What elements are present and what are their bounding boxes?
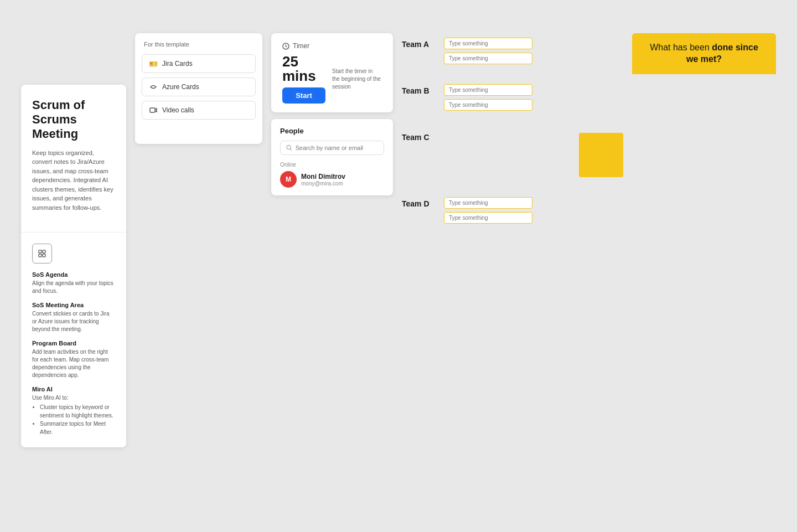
section-title-program-board: Program Board bbox=[32, 340, 115, 347]
jira-cards-button[interactable]: 🎫 Jira Cards bbox=[142, 54, 256, 73]
team-d-label: Team D bbox=[402, 197, 435, 208]
section-desc-miro-ai: Use Miro AI to: Cluster topics by keywor… bbox=[32, 394, 115, 436]
team-d-input-1[interactable] bbox=[444, 197, 532, 209]
jira-icon: 🎫 bbox=[149, 59, 158, 68]
people-title: People bbox=[280, 127, 384, 135]
header-column: What has been done since we met? bbox=[632, 33, 776, 74]
avatar: M bbox=[280, 171, 297, 188]
section-title-sos-meeting: SoS Meeting Area bbox=[32, 302, 115, 308]
person-email: mony@mira.com bbox=[301, 180, 345, 187]
azure-cards-label: Azure Cards bbox=[162, 83, 199, 91]
search-icon bbox=[286, 144, 292, 151]
scrum-description-card: Scrum of Scrums Meeting Keep topics orga… bbox=[21, 85, 126, 448]
people-search-container[interactable] bbox=[280, 141, 384, 155]
person-row: M Moni Dimitrov mony@mira.com bbox=[280, 171, 384, 188]
timer-people-area: Timer 25 mins Start Start the timer in t… bbox=[271, 33, 393, 195]
team-d-input-2[interactable] bbox=[444, 212, 532, 224]
clock-icon bbox=[282, 43, 289, 50]
svg-point-6 bbox=[287, 146, 291, 149]
team-b-input-2[interactable] bbox=[444, 99, 532, 111]
jira-cards-label: Jira Cards bbox=[162, 60, 193, 68]
template-label: For this template bbox=[135, 33, 262, 52]
miro-ai-bullet-1: Cluster topics by keyword or sentiment t… bbox=[40, 403, 115, 420]
header-question: What has been done since we met? bbox=[643, 42, 765, 65]
section-desc-sos-agenda: Align the agenda with your topics and fo… bbox=[32, 280, 115, 295]
timer-card: Timer 25 mins Start Start the timer in t… bbox=[271, 33, 393, 112]
section-title-miro-ai: Miro AI bbox=[32, 386, 115, 392]
template-options-card: For this template 🎫 Jira Cards Azure Car… bbox=[135, 33, 262, 144]
program-board: Team A Team B Team C Team D bbox=[402, 33, 623, 510]
team-a-label: Team A bbox=[402, 38, 435, 49]
video-icon bbox=[149, 106, 158, 115]
svg-rect-2 bbox=[39, 254, 42, 257]
online-label: Online bbox=[280, 162, 384, 168]
header-yellow-box: What has been done since we met? bbox=[632, 33, 776, 74]
timer-label: Timer bbox=[293, 42, 309, 50]
svg-rect-1 bbox=[43, 250, 45, 253]
section-desc-program-board: Add team activities on the right for eac… bbox=[32, 348, 115, 379]
team-a-row: Team A bbox=[402, 33, 623, 64]
yellow-sticky-note bbox=[579, 133, 623, 177]
video-calls-label: Video calls bbox=[162, 106, 194, 114]
team-d-row: Team D bbox=[402, 193, 623, 224]
azure-icon bbox=[149, 82, 158, 91]
scrum-title: Scrum of Scrums Meeting bbox=[32, 98, 115, 142]
team-b-label: Team B bbox=[402, 84, 435, 95]
team-a-input-2[interactable] bbox=[444, 53, 532, 64]
people-search-input[interactable] bbox=[296, 144, 378, 151]
miro-ai-bullet-2: Summarize topics for Meet After. bbox=[40, 420, 115, 436]
svg-rect-4 bbox=[150, 108, 155, 112]
team-a-input-1[interactable] bbox=[444, 38, 532, 49]
people-card: People Online M Moni Dimitrov mony@mira.… bbox=[271, 119, 393, 195]
team-c-row: Team C bbox=[402, 126, 623, 177]
svg-rect-0 bbox=[39, 250, 42, 253]
section-desc-sos-meeting: Convert stickies or cards to Jira or Azu… bbox=[32, 310, 115, 333]
grid-icon bbox=[32, 244, 52, 264]
scrum-description: Keep topics organized, convert notes to … bbox=[32, 148, 115, 213]
timer-description: Start the timer in the beginning of the … bbox=[332, 68, 382, 91]
team-b-row: Team B bbox=[402, 80, 623, 111]
timer-minutes: 25 mins bbox=[282, 54, 325, 83]
timer-start-button[interactable]: Start bbox=[282, 87, 325, 104]
svg-rect-3 bbox=[43, 254, 45, 257]
team-b-input-1[interactable] bbox=[444, 84, 532, 96]
video-calls-button[interactable]: Video calls bbox=[142, 101, 256, 120]
azure-cards-button[interactable]: Azure Cards bbox=[142, 78, 256, 96]
person-name: Moni Dimitrov bbox=[301, 173, 345, 180]
section-title-sos-agenda: SoS Agenda bbox=[32, 271, 115, 278]
team-c-label: Team C bbox=[402, 131, 435, 142]
